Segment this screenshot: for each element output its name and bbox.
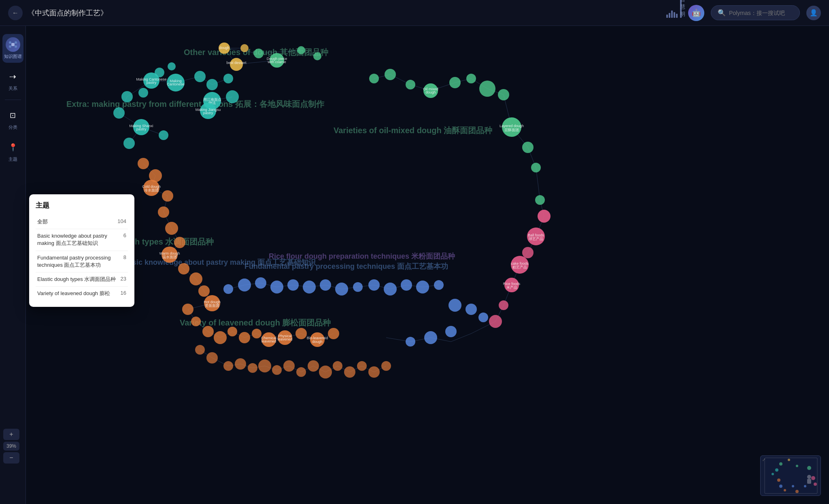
search-input[interactable] <box>729 10 793 16</box>
node-b14[interactable] <box>357 361 367 371</box>
node-34[interactable] <box>165 222 178 235</box>
minimap[interactable]: ⤢ <box>760 455 821 496</box>
node-b15[interactable] <box>368 366 380 378</box>
node-blue-12[interactable] <box>401 279 412 291</box>
node-26[interactable] <box>538 210 551 223</box>
node-r6[interactable] <box>445 326 457 337</box>
search-bar[interactable]: 🔍 <box>711 5 800 20</box>
node-chemical-leavened[interactable] <box>261 332 276 347</box>
zoom-level[interactable]: 39% <box>3 442 19 451</box>
node-b7[interactable] <box>272 365 282 375</box>
node-11[interactable] <box>226 90 239 103</box>
node-physical-leavened[interactable] <box>278 330 292 345</box>
node-25[interactable] <box>535 195 545 205</box>
node-b6[interactable] <box>258 359 271 372</box>
node-22[interactable] <box>498 89 509 100</box>
node-b4[interactable] <box>235 358 246 370</box>
node-b16[interactable] <box>381 361 391 371</box>
sidebar-item-classify[interactable]: ⊡ 分类 <box>2 105 23 134</box>
node-38[interactable] <box>198 285 210 297</box>
node-24[interactable] <box>531 163 541 172</box>
node-6[interactable] <box>168 62 176 70</box>
node-3[interactable] <box>297 46 305 54</box>
node-21[interactable] <box>479 81 495 97</box>
node-b11[interactable] <box>319 366 332 379</box>
node-blue-13[interactable] <box>416 281 429 293</box>
node-15[interactable] <box>123 138 135 149</box>
node-b3[interactable] <box>223 361 233 371</box>
node-lv-4[interactable] <box>214 331 227 344</box>
node-23[interactable] <box>522 142 534 153</box>
node-lv-8[interactable] <box>295 328 307 339</box>
node-7[interactable] <box>138 88 148 98</box>
node-1[interactable] <box>240 44 249 52</box>
node-30[interactable] <box>138 158 149 169</box>
node-13[interactable] <box>113 107 125 119</box>
subject-item-fundamental[interactable]: Fundamental pastry processing techniques… <box>36 251 128 272</box>
node-b12[interactable] <box>333 361 342 371</box>
node-layered-dough[interactable] <box>502 117 521 137</box>
node-16[interactable] <box>369 74 379 83</box>
node-2[interactable] <box>254 49 264 58</box>
node-oil-mixed[interactable] <box>423 83 438 98</box>
node-4[interactable] <box>313 52 321 60</box>
node-shanxi[interactable] <box>133 119 149 135</box>
node-b5[interactable] <box>248 363 257 373</box>
node-r3[interactable] <box>478 313 488 322</box>
node-9[interactable] <box>206 79 218 90</box>
node-dough[interactable] <box>219 43 230 54</box>
node-lv-9[interactable] <box>328 328 339 339</box>
node-rice-foods[interactable] <box>504 278 519 292</box>
node-bio-leavened[interactable] <box>310 332 325 347</box>
node-blue-9[interactable] <box>353 282 363 292</box>
node-warm-dough[interactable] <box>162 247 178 263</box>
node-b2[interactable] <box>206 352 218 364</box>
node-lv-6[interactable] <box>239 332 250 343</box>
node-lv-3[interactable] <box>202 326 214 337</box>
node-ball-foods[interactable] <box>527 228 545 245</box>
node-lv-5[interactable] <box>227 327 237 336</box>
node-36[interactable] <box>178 263 189 274</box>
node-dough-piece[interactable] <box>270 53 284 68</box>
node-r2[interactable] <box>466 304 477 315</box>
node-32[interactable] <box>162 190 173 202</box>
sidebar-item-subject[interactable]: 📍 主题 <box>2 137 23 166</box>
node-blue-2[interactable] <box>238 279 251 291</box>
node-cantonese-1[interactable] <box>143 72 159 89</box>
node-blue-11[interactable] <box>384 283 397 296</box>
node-cake-foods[interactable] <box>511 256 529 274</box>
node-19[interactable] <box>449 77 461 88</box>
node-27[interactable] <box>522 247 534 258</box>
node-cantonese-2[interactable] <box>167 74 185 91</box>
node-20[interactable] <box>466 74 476 83</box>
node-lv-7[interactable] <box>252 329 261 338</box>
node-blue-4[interactable] <box>270 281 283 293</box>
ai-assistant-button[interactable]: 🤖 <box>688 5 704 21</box>
node-b13[interactable] <box>344 366 355 378</box>
node-blue-14[interactable] <box>434 280 444 290</box>
node-b9[interactable] <box>296 367 306 377</box>
node-b8[interactable] <box>283 360 295 372</box>
back-button[interactable]: ← <box>8 6 23 20</box>
node-lv-2[interactable] <box>191 317 201 326</box>
node-28[interactable] <box>499 300 508 310</box>
stats-icon[interactable]: 智慧明 <box>666 8 682 18</box>
subject-item-basic-knowledge[interactable]: Basic knowledge about pastry making 面点工艺… <box>36 229 128 251</box>
node-jiangsu[interactable] <box>200 103 216 119</box>
node-lv-1[interactable] <box>182 304 193 315</box>
node-best-dessert[interactable] <box>230 58 243 71</box>
node-12[interactable] <box>121 91 133 102</box>
node-17[interactable] <box>385 69 396 80</box>
node-blue-10[interactable] <box>368 279 380 291</box>
node-r1[interactable] <box>449 299 461 312</box>
node-b1[interactable] <box>195 345 205 355</box>
subject-item-all[interactable]: 全部 104 <box>36 215 128 229</box>
node-blue-7[interactable] <box>320 279 331 291</box>
user-avatar[interactable]: 👤 <box>806 6 821 20</box>
node-blue-8[interactable] <box>335 283 348 296</box>
graph-canvas[interactable]: Other varieties of dough 其他面团品种 Extra: m… <box>26 26 829 504</box>
node-37[interactable] <box>189 272 202 285</box>
node-8[interactable] <box>194 71 206 82</box>
node-18[interactable] <box>406 80 415 89</box>
sidebar-item-knowledge-graph[interactable]: 知识图谱 <box>2 34 23 63</box>
